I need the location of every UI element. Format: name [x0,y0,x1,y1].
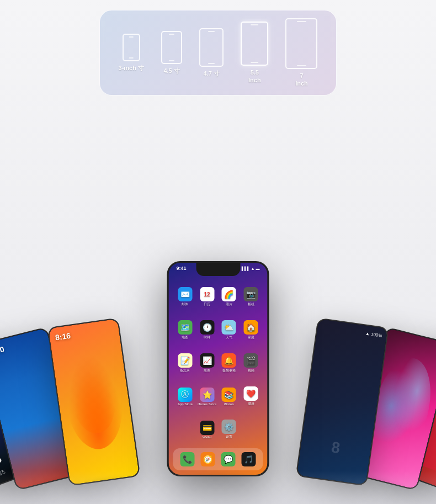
app-reminders[interactable]: 🔔 提醒事项 [219,348,239,379]
size-item-7inch[interactable]: 7Inch [285,18,317,87]
app-health[interactable]: ❤️ 健康 [241,381,261,412]
app-calendar[interactable]: 12 日历 [197,282,217,312]
appstore-label: App Store [178,402,193,406]
notch [196,263,240,276]
clock-label: 时钟 [204,335,210,340]
dock-phone[interactable]: 📞 [180,452,195,466]
notes-label: 备忘录 [180,368,190,373]
app-notes[interactable]: 📝 备忘录 [176,348,195,379]
second-left-time: 19:0 [0,344,5,357]
phone-outline-47inch [199,28,224,67]
videos-label: 视频 [248,368,254,373]
size-item-45inch[interactable]: 4.5 寸 [161,31,182,75]
home-icon: 🏠 [244,320,258,335]
stocks-label: 股票 [204,368,210,373]
size-item-47inch[interactable]: 4.7 寸 [199,28,224,77]
size-label-3inch: 3-inch 寸 [119,65,144,72]
dock: 📞 🧭 💬 🎵 [173,448,263,470]
app-grid: ✉️ 邮件 12 日历 🌈 照片 📷 相机 [173,279,263,447]
phone-center: 9:41 ▌▌▌ ▲ ▬ ✉️ 邮件 12 日历 🌈 照片 [167,261,269,476]
app-photos[interactable]: 🌈 照片 [219,282,239,312]
size-label-55inch: 5.5Inch [248,69,261,83]
dock-safari[interactable]: 🧭 [201,452,215,466]
size-label-47inch: 4.7 寸 [204,70,220,77]
app-maps[interactable]: 🗺️ 地图 [176,315,195,346]
status-icons: ▌▌▌ ▲ ▬ [242,267,260,270]
weather-label: 天气 [226,335,232,340]
health-label: 健康 [248,401,254,406]
camera-label: 相机 [248,302,254,307]
settings-icon: ⚙️ [222,420,236,434]
size-selector: 3-inch 寸 4.5 寸 4.7 寸 5.5Inch 7Inch [99,10,337,96]
itunes-icon: ⭐ [200,388,214,402]
app-appstore[interactable]: Ⓐ App Store [176,381,195,412]
calendar-label: 日历 [204,302,210,307]
mail-label: 邮件 [182,302,188,307]
clock-icon: 🕐 [200,320,214,335]
first-right-status: ▲ 100% [365,331,382,338]
itunes-label: iTunes Store [198,402,216,406]
stocks-icon: 📈 [200,353,214,368]
dock-music[interactable]: 🎵 [241,452,256,466]
reminders-label: 提醒事项 [222,368,236,373]
app-videos[interactable]: 🎬 视频 [241,348,261,379]
phone-outline-55inch [241,22,268,66]
size-label-45inch: 4.5 寸 [163,67,179,75]
maps-label: 地图 [182,335,188,340]
size-label-7inch: 7Inch [295,72,308,87]
videos-icon: 🎬 [244,353,258,368]
app-itunes[interactable]: ⭐ iTunes Store [197,381,217,412]
phones-container: 08:08 3月24日 星期五 19:0 8:16 [3,118,433,493]
ibooks-icon: 📚 [222,388,236,402]
settings-label: 设置 [226,434,232,439]
dock-messages[interactable]: 💬 [221,452,235,466]
photos-icon: 🌈 [222,287,236,301]
photos-label: 照片 [226,302,232,307]
maps-icon: 🗺️ [178,320,192,335]
app-clock[interactable]: 🕐 时钟 [197,315,217,346]
calendar-icon: 12 [200,287,214,301]
phone-outline-45inch [161,31,182,64]
app-wallet[interactable]: 💳 Wallet [197,414,217,445]
center-screen: 9:41 ▌▌▌ ▲ ▬ ✉️ 邮件 12 日历 🌈 照片 [169,263,268,475]
app-stocks[interactable]: 📈 股票 [197,348,217,379]
ibooks-label: iBooks [224,402,234,406]
phone-outline-7inch [285,18,317,69]
app-settings[interactable]: ⚙️ 设置 [219,414,239,445]
size-item-55inch[interactable]: 5.5Inch [241,22,268,83]
app-home[interactable]: 🏠 家庭 [241,315,261,346]
reminders-icon: 🔔 [222,353,236,368]
health-icon: ❤️ [244,386,258,401]
app-ibooks[interactable]: 📚 iBooks [219,381,239,412]
size-item-3inch[interactable]: 3-inch 寸 [119,34,144,72]
ground-reflection [0,471,436,504]
first-left-time: 8:16 [55,331,71,342]
appstore-icon: Ⓐ [178,388,192,402]
mail-icon: ✉️ [178,287,192,301]
home-label: 家庭 [248,335,254,340]
notes-icon: 📝 [178,353,192,368]
status-time: 9:41 [177,266,187,271]
camera-icon: 📷 [244,287,258,301]
phone-outline-3inch [123,34,140,61]
weather-icon: ⛅ [222,320,236,335]
app-mail[interactable]: ✉️ 邮件 [176,282,195,312]
wallet-label: Wallet [203,436,211,439]
app-weather[interactable]: ⛅ 天气 [219,315,239,346]
wallet-icon: 💳 [200,421,214,435]
app-camera[interactable]: 📷 相机 [241,282,261,312]
